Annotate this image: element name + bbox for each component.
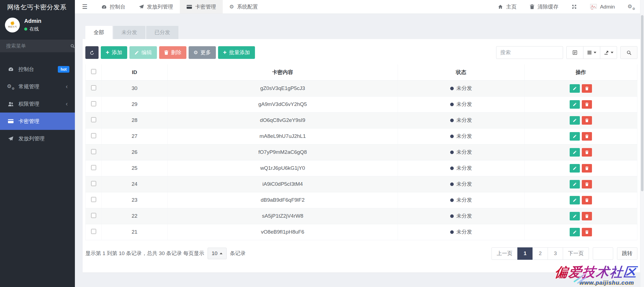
user-status-label: 在线 (29, 26, 39, 32)
user-name: Admin (24, 18, 41, 24)
tachometer-icon (101, 4, 107, 10)
row-edit-button[interactable] (570, 100, 580, 109)
row-checkbox[interactable] (91, 133, 96, 138)
table-search-input[interactable] (496, 46, 563, 59)
batch-add-button[interactable]: + 批量添加 (218, 46, 255, 59)
row-edit-button[interactable] (570, 164, 580, 173)
cell-id: 21 (102, 224, 168, 240)
row-delete-button[interactable] (582, 180, 592, 188)
search-icon[interactable] (70, 43, 75, 49)
select-all-checkbox[interactable] (91, 69, 96, 74)
next-page-button[interactable]: 下一页 (563, 247, 589, 260)
row-delete-button[interactable] (582, 212, 592, 220)
fullscreen-button[interactable] (565, 0, 583, 13)
columns-dropdown-button[interactable] (583, 46, 600, 59)
row-checkbox[interactable] (91, 181, 96, 186)
row-delete-button[interactable] (582, 148, 592, 157)
row-delete-button[interactable] (582, 228, 592, 236)
hamburger-menu-icon[interactable]: ☰ (75, 0, 95, 13)
cell-id: 25 (102, 160, 168, 176)
settings-gears-button[interactable]: ⚙⚙ (621, 0, 641, 13)
row-delete-button[interactable] (582, 164, 592, 173)
prev-page-button[interactable]: 上一页 (491, 247, 518, 260)
row-delete-button[interactable] (582, 84, 592, 93)
topnav-cardkeys[interactable]: 卡密管理 (180, 0, 223, 13)
status-dot-icon (450, 214, 454, 218)
users-icon (7, 101, 14, 107)
scrollbar-thumb[interactable] (641, 15, 643, 191)
cell-id: 23 (102, 192, 168, 208)
page-button-3[interactable]: 3 (548, 247, 563, 260)
add-button[interactable]: + 添加 (101, 46, 127, 59)
row-checkbox[interactable] (91, 101, 96, 106)
status-dot-icon (450, 151, 454, 154)
sidebar-item-distribution[interactable]: 发放列管理 (0, 130, 75, 147)
row-delete-button[interactable] (582, 100, 592, 109)
sidebar-search[interactable] (0, 40, 75, 52)
sidebar-item-general[interactable]: ⚙⚙ 常规管理 ‹ (0, 78, 75, 95)
status-dot-icon (450, 119, 454, 122)
list-view-icon (572, 50, 578, 55)
tab-undistributed[interactable]: 未分发 (113, 26, 145, 39)
pagination: 上一页 1 2 3 下一页 跳转 (491, 247, 637, 260)
page-button-2[interactable]: 2 (532, 247, 548, 260)
cell-code: vO8eB9fI1pH8uF6 (168, 224, 398, 240)
row-edit-button[interactable] (570, 196, 580, 204)
sidebar-item-dashboard[interactable]: 控制台 hot (0, 61, 75, 78)
row-delete-button[interactable] (582, 116, 592, 125)
row-edit-button[interactable] (570, 132, 580, 141)
tab-all[interactable]: 全部 (85, 26, 112, 39)
row-checkbox[interactable] (91, 213, 96, 218)
row-edit-button[interactable] (570, 212, 580, 220)
cell-id: 26 (102, 144, 168, 160)
row-checkbox[interactable] (91, 149, 96, 154)
toggle-view-button[interactable] (566, 46, 583, 59)
home-button[interactable]: 主页 (491, 0, 523, 13)
status-dot-icon (450, 182, 454, 186)
export-dropdown-button[interactable] (600, 46, 617, 59)
row-checkbox[interactable] (91, 117, 96, 122)
more-button[interactable]: ⚙ 更多 (189, 46, 216, 59)
vertical-scrollbar[interactable] (640, 0, 644, 287)
table-search-button[interactable] (620, 46, 637, 59)
row-edit-button[interactable] (570, 228, 580, 236)
sidebar-item-cardkeys[interactable]: 卡密管理 (0, 113, 75, 130)
cell-code: dO6qC8vG2eY9sI9 (168, 112, 398, 128)
clear-cache-button[interactable]: 清除缓存 (523, 0, 565, 13)
svg-text:img: img (591, 9, 593, 10)
column-header-ops: 操作 (525, 64, 637, 80)
topnav-settings[interactable]: ⚙ 系统配置 (223, 0, 265, 13)
row-checkbox[interactable] (91, 85, 96, 90)
table-row: 26 fO7yP9mM2aC6gQ8 未分发 (86, 144, 637, 160)
tab-distributed[interactable]: 已分发 (146, 26, 178, 39)
edit-button[interactable]: 编辑 (129, 46, 157, 59)
topnav-label: 系统配置 (237, 3, 258, 10)
table-row: 27 mA8eL9hU7uJ2hL1 未分发 (86, 128, 637, 144)
jump-page-input[interactable] (593, 247, 613, 260)
user-menu[interactable]: img Admin (583, 0, 621, 13)
row-delete-button[interactable] (582, 196, 592, 204)
sidebar-item-permissions[interactable]: 权限管理 ‹ (0, 95, 75, 113)
refresh-button[interactable] (85, 46, 99, 59)
row-edit-button[interactable] (570, 116, 580, 125)
sidebar-search-input[interactable] (6, 43, 70, 49)
row-checkbox[interactable] (91, 229, 96, 234)
cogs-icon: ⚙⚙ (628, 4, 635, 10)
batch-add-label: 批量添加 (229, 49, 250, 56)
delete-button[interactable]: 删除 (159, 46, 186, 59)
refresh-icon (89, 50, 95, 55)
search-icon (626, 50, 632, 56)
row-edit-button[interactable] (570, 148, 580, 157)
jump-button[interactable]: 跳转 (617, 247, 637, 260)
row-delete-button[interactable] (582, 132, 592, 141)
page-size-select[interactable]: 10 (208, 248, 227, 259)
topnav-dashboard[interactable]: 控制台 (95, 0, 132, 13)
row-edit-button[interactable] (570, 180, 580, 188)
row-checkbox[interactable] (91, 197, 96, 202)
sidebar-item-label: 权限管理 (18, 100, 39, 108)
row-checkbox[interactable] (91, 165, 96, 170)
topbar: ☰ 控制台 发放列管理 卡密管理 ⚙ 系统配置 主页 (75, 0, 644, 14)
row-edit-button[interactable] (570, 84, 580, 93)
page-button-1[interactable]: 1 (517, 247, 533, 260)
topnav-distribution[interactable]: 发放列管理 (132, 0, 180, 13)
